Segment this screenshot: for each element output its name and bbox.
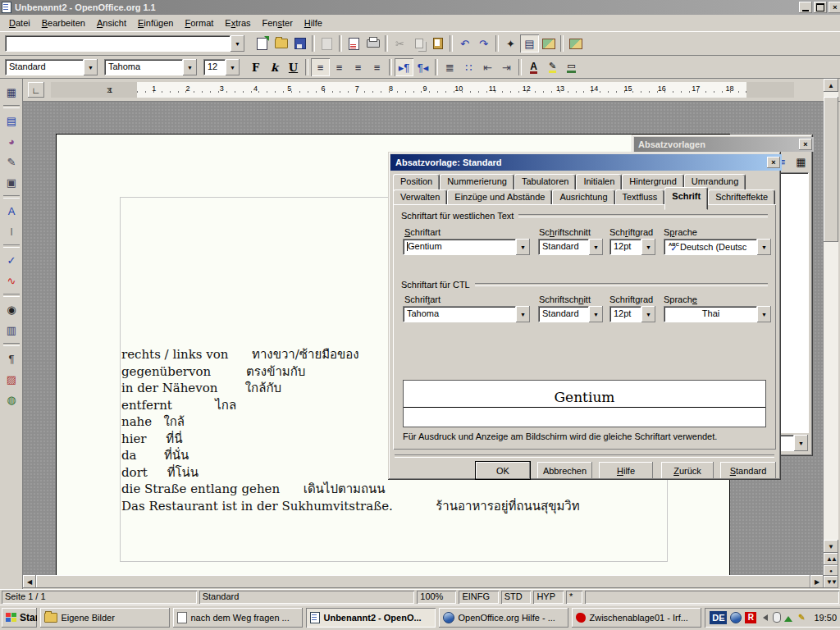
online-layout-icon[interactable]: ◍ — [2, 390, 21, 409]
western-style-combobox[interactable]: Standard ▼ — [538, 239, 603, 255]
nonprinting-characters-icon[interactable]: ¶ — [2, 349, 21, 368]
previous-page-button[interactable]: ▲▲ — [824, 553, 838, 565]
bullets-button[interactable]: ∷ — [459, 58, 478, 76]
new-document-icon[interactable] — [253, 34, 272, 52]
url-value[interactable] — [5, 35, 231, 52]
direct-cursor-icon[interactable]: I — [2, 221, 21, 241]
insert-object-icon[interactable]: ◕ — [2, 131, 21, 151]
navigation-button[interactable]: ● — [824, 565, 838, 576]
left-to-right-button[interactable]: ▸¶ — [395, 58, 413, 76]
style-dropdown-arrow[interactable]: ▼ — [84, 59, 98, 75]
menu-einfügen[interactable]: Einfügen — [132, 16, 179, 30]
taskbar-task[interactable]: Unbenannt2 - OpenO... — [306, 608, 436, 628]
status-cell-hyp[interactable]: HYP — [533, 591, 564, 604]
western-font-combobox[interactable]: Gentium ▼ — [403, 239, 530, 255]
ctl-language-combobox[interactable]: Thai ▼ — [664, 306, 771, 322]
align-center-button[interactable]: ≡ — [330, 58, 349, 76]
status-cell-std[interactable]: STD — [501, 591, 532, 604]
vscroll-thumb[interactable] — [824, 97, 838, 242]
ok-button[interactable]: OK — [476, 462, 530, 479]
fill-format-mode-icon[interactable]: ▦ — [792, 153, 810, 171]
menu-format[interactable]: Format — [179, 16, 219, 30]
quickstarter-tray-icon[interactable] — [730, 612, 742, 623]
export-pdf-icon[interactable] — [345, 34, 363, 52]
ctl-style-combobox[interactable]: Standard ▼ — [538, 306, 603, 322]
taskbar-task[interactable]: Zwischenablage01 - Irf... — [572, 608, 701, 628]
justify-button[interactable]: ≡ — [368, 58, 386, 76]
size-dropdown-arrow[interactable]: ▼ — [226, 59, 240, 75]
insert-graphics-icon[interactable] — [566, 34, 585, 52]
background-color-button[interactable]: ▭ — [562, 58, 581, 76]
cut-icon[interactable]: ✂ — [390, 34, 409, 52]
indent-marker[interactable]: ⧖ — [107, 82, 114, 98]
url-dropdown-arrow[interactable]: ▼ — [231, 35, 244, 52]
taskbar-task[interactable]: OpenOffice.org Hilfe - ... — [439, 608, 568, 628]
autospellcheck-icon[interactable]: ∿ — [2, 271, 21, 290]
zurück-button[interactable]: Zurück — [661, 462, 714, 479]
ctl-size-combobox[interactable]: 12pt ▼ — [609, 306, 655, 322]
hscroll-thumb[interactable] — [36, 575, 810, 588]
url-combobox[interactable]: ▼ — [5, 35, 244, 52]
stylist-icon[interactable]: ▤ — [520, 34, 539, 52]
menu-bearbeiten[interactable]: Bearbeiten — [36, 16, 91, 30]
open-icon[interactable] — [272, 34, 290, 52]
gallery-icon[interactable] — [539, 34, 558, 52]
increase-indent-button[interactable]: ⇥ — [497, 58, 516, 76]
font-color-button[interactable]: A — [524, 58, 543, 76]
close-button[interactable]: × — [829, 2, 840, 13]
find-icon[interactable]: ◉ — [2, 299, 21, 319]
western-language-combobox[interactable]: ABC ✓ Deutsch (Deutsc ▼ — [664, 239, 771, 255]
insert-frame-icon[interactable]: ▤ — [2, 111, 21, 130]
decrease-indent-button[interactable]: ⇤ — [478, 58, 497, 76]
numbering-button[interactable]: ≣ — [441, 58, 459, 76]
menu-extras[interactable]: Extras — [219, 16, 256, 30]
undo-icon[interactable]: ↶ — [455, 34, 474, 52]
menu-ansicht[interactable]: Ansicht — [91, 16, 132, 30]
tab-schrift[interactable]: Schrift — [664, 187, 708, 210]
abbrechen-button[interactable]: Abbrechen — [537, 462, 592, 479]
insert-table-icon[interactable]: ▦ — [2, 82, 21, 102]
autotext-icon[interactable]: A — [2, 201, 21, 221]
scroll-right-button[interactable]: ▶ — [810, 575, 824, 588]
print-icon[interactable] — [363, 34, 382, 52]
highlighting-button[interactable]: ✎ — [543, 58, 562, 76]
spellcheck-icon[interactable]: ✓ — [2, 250, 21, 270]
stylist-group-dropdown-arrow[interactable]: ▼ — [794, 435, 808, 451]
vscroll-track[interactable] — [824, 92, 838, 540]
graphics-onoff-icon[interactable]: ▨ — [2, 369, 21, 389]
font-size-combobox[interactable]: 12 ▼ — [203, 59, 240, 75]
horizontal-scrollbar[interactable]: ◀ ▶ — [23, 575, 824, 588]
font-dropdown-arrow[interactable]: ▼ — [183, 59, 197, 75]
antivirus-tray-icon[interactable]: R — [745, 612, 756, 623]
scroll-down-button[interactable]: ▼ — [824, 540, 838, 553]
hilfe-button[interactable]: Hilfe — [599, 462, 653, 479]
form-functions-icon[interactable]: ▣ — [2, 172, 21, 192]
dialog-close-button[interactable]: × — [767, 157, 780, 168]
save-icon[interactable] — [290, 34, 309, 52]
taskbar-task[interactable]: nach dem Weg fragen ... — [173, 608, 303, 628]
tab-type-selector[interactable]: ∟ — [28, 82, 44, 98]
scroll-up-button[interactable]: ▲ — [824, 79, 838, 92]
menu-datei[interactable]: Datei — [3, 16, 36, 30]
draw-functions-icon[interactable]: ✎ — [2, 152, 21, 171]
status-cell-100%[interactable]: 100% — [417, 591, 456, 604]
stylist-close-button[interactable]: × — [799, 139, 812, 150]
edit-file-icon[interactable] — [317, 34, 336, 52]
data-sources-icon[interactable]: ▥ — [2, 320, 21, 340]
horizontal-ruler[interactable]: 1 123456789101112131415161718 — [51, 82, 794, 98]
dialog-titlebar[interactable]: Absatzvorlage: Standard × — [390, 154, 782, 171]
italic-button[interactable]: k — [265, 58, 284, 76]
hotplug-tray-icon[interactable] — [784, 612, 792, 622]
copy-icon[interactable] — [409, 34, 428, 52]
vertical-scrollbar[interactable]: ▲ ▼ ▲▲ ● ▼▼ — [824, 79, 838, 588]
mouse-tray-icon[interactable] — [773, 612, 781, 623]
restore-button[interactable] — [814, 2, 827, 13]
start-button[interactable]: Start — [2, 608, 37, 628]
menu-hilfe[interactable]: Hilfe — [299, 16, 328, 30]
menu-fenster[interactable]: Fenster — [257, 16, 299, 30]
stylist-titlebar[interactable]: Absatzvorlagen × — [634, 137, 814, 152]
minimize-button[interactable] — [799, 2, 812, 13]
pen-tray-icon[interactable]: ✎ — [796, 612, 807, 623]
paste-icon[interactable] — [428, 34, 447, 52]
taskbar-task[interactable]: Eigene Bilder — [40, 608, 170, 628]
